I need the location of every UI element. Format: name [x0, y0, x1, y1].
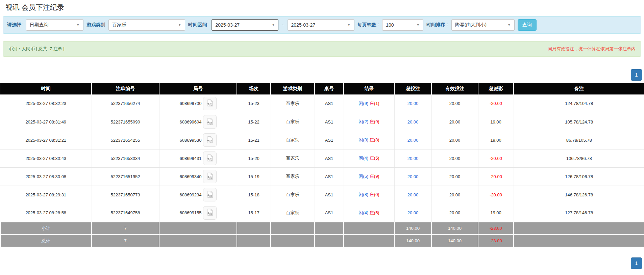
currency-total-text: 币别：人民币 | 总共 :7 注单 |: [8, 46, 65, 52]
page-size-value: 100: [382, 20, 413, 30]
round-cell: 608699530: [159, 131, 237, 149]
result-cell: 闲(3) 庄(8): [344, 131, 394, 149]
round-id: 608699340: [179, 174, 201, 179]
total-bet-link[interactable]: 20.00: [407, 192, 419, 197]
total-bet-link[interactable]: 20.00: [407, 138, 419, 143]
result-cell: 闲(2) 庄(9): [344, 113, 394, 131]
round-id: 608699530: [179, 138, 201, 143]
subtotal-remark: [514, 222, 644, 235]
remark: 146.78/126.78: [514, 186, 644, 204]
query-type-value: 日期查询: [26, 20, 73, 30]
game-category: 百家乐: [271, 113, 315, 131]
column-header: 时间: [0, 83, 92, 94]
date-from-select[interactable]: 2025-03-27 ▼: [212, 19, 278, 31]
table-number: AS1: [315, 94, 344, 113]
pagination-bottom: 1: [0, 257, 642, 269]
valid-bet: 20.00: [431, 186, 478, 204]
player-result: 闲(3): [358, 137, 368, 142]
total-bet-cell: 20.00: [394, 204, 431, 222]
subtotal-valid-bet: 140.00: [431, 222, 478, 235]
page-size-select[interactable]: 100 ▼: [382, 19, 423, 31]
table-row: 2025-03-27 08:28:58 522371649758 6086991…: [0, 204, 644, 222]
grand-total-row: 总计 7 140.00 140.00 -23.00: [0, 235, 644, 247]
date-from-value: 2025-03-27: [212, 20, 268, 30]
subtotal-row: 小计 7 140.00 140.00 -23.00: [0, 222, 644, 235]
video-replay-button[interactable]: [203, 188, 217, 201]
page-1-button[interactable]: 1: [631, 257, 642, 269]
payout: -20.00: [478, 186, 514, 204]
total-total-bet: 140.00: [394, 235, 431, 247]
column-header: 有效投注: [431, 83, 478, 94]
game-category-value: 百家乐: [109, 20, 175, 30]
column-header: 注单编号: [92, 83, 159, 94]
payout: -20.00: [478, 167, 514, 186]
session-number: 15-19: [237, 167, 271, 186]
column-header: 备注: [514, 83, 644, 94]
bet-time: 2025-03-27 08:30:43: [0, 149, 92, 167]
total-bet-link[interactable]: 20.00: [407, 101, 419, 106]
chevron-down-icon: ▼: [73, 20, 83, 30]
table-number: AS1: [315, 167, 344, 186]
video-replay-button[interactable]: [203, 133, 217, 147]
table-number: AS1: [315, 131, 344, 149]
video-replay-button[interactable]: [203, 152, 217, 165]
page-title: 视讯 会员下注纪录: [5, 3, 644, 12]
video-replay-button[interactable]: [203, 170, 217, 183]
bet-id: 522371651952: [92, 167, 159, 186]
total-bet-link[interactable]: 20.00: [407, 210, 419, 215]
column-header: 结果: [344, 83, 394, 94]
round-cell: 608699431: [159, 149, 237, 167]
game-category: 百家乐: [271, 94, 315, 113]
remark: 124.78/104.78: [514, 94, 644, 113]
result-cell: 闲(4) 庄(5): [344, 149, 394, 167]
video-file-icon: [205, 172, 214, 182]
result-cell: 闲(9) 庄(1): [344, 94, 394, 113]
table-number: AS1: [315, 186, 344, 204]
round-cell: 608699234: [159, 186, 237, 204]
game-category: 百家乐: [271, 167, 315, 186]
total-bet-link[interactable]: 20.00: [407, 119, 419, 125]
session-number: 15-23: [237, 94, 271, 113]
game-category-select[interactable]: 百家乐 ▼: [108, 19, 185, 31]
payout: 19.00: [478, 131, 514, 149]
video-replay-button[interactable]: [203, 206, 217, 220]
query-type-select[interactable]: 日期查询 ▼: [26, 19, 83, 31]
banker-result: 庄(8): [370, 137, 379, 142]
video-file-icon: [205, 117, 214, 127]
column-header: 桌号: [315, 83, 344, 94]
total-remark: [514, 235, 644, 247]
video-replay-button[interactable]: [203, 115, 217, 129]
total-bet-cell: 20.00: [394, 113, 431, 131]
result-cell: 闲(8) 庄(0): [344, 186, 394, 204]
video-file-icon: [205, 135, 214, 145]
valid-bet: 20.00: [431, 149, 478, 167]
summary-info-bar: 币别：人民币 | 总共 :7 注单 | 同局有效投注，统一计算在该局第一张注单内: [3, 41, 641, 57]
result-cell: 闲(4) 庄(5): [344, 204, 394, 222]
bet-time: 2025-03-27 08:29:31: [0, 186, 92, 204]
valid-bet: 20.00: [431, 113, 478, 131]
payout: 19.00: [478, 204, 514, 222]
round-cell: 608699340: [159, 167, 237, 186]
session-number: 15-22: [237, 113, 271, 131]
video-replay-button[interactable]: [203, 97, 217, 110]
table-row: 2025-03-27 08:31:49 522371655090 6086996…: [0, 113, 644, 131]
date-to-select[interactable]: 2025-03-27 ▼: [288, 19, 354, 31]
search-button[interactable]: 查询: [518, 19, 537, 31]
total-bet-link[interactable]: 20.00: [407, 156, 419, 161]
session-number: 15-21: [237, 131, 271, 149]
video-file-icon: [205, 154, 214, 163]
remark: 126.78/106.78: [514, 167, 644, 186]
round-id: 608699431: [179, 156, 201, 161]
page-1-button[interactable]: 1: [631, 69, 642, 81]
round-id: 608699155: [179, 210, 201, 215]
game-category: 百家乐: [271, 149, 315, 167]
remark: 86.78/105.78: [514, 131, 644, 149]
total-bet-link[interactable]: 20.00: [407, 174, 419, 179]
remark: 106.78/86.78: [514, 149, 644, 167]
bet-time: 2025-03-27 08:28:58: [0, 204, 92, 222]
total-label: 总计: [0, 235, 92, 247]
payout: 19.00: [478, 113, 514, 131]
valid-bet: 20.00: [431, 94, 478, 113]
subtotal-label: 小计: [0, 222, 92, 235]
time-sort-select[interactable]: 降幂(由大到小) ▼: [451, 19, 515, 31]
